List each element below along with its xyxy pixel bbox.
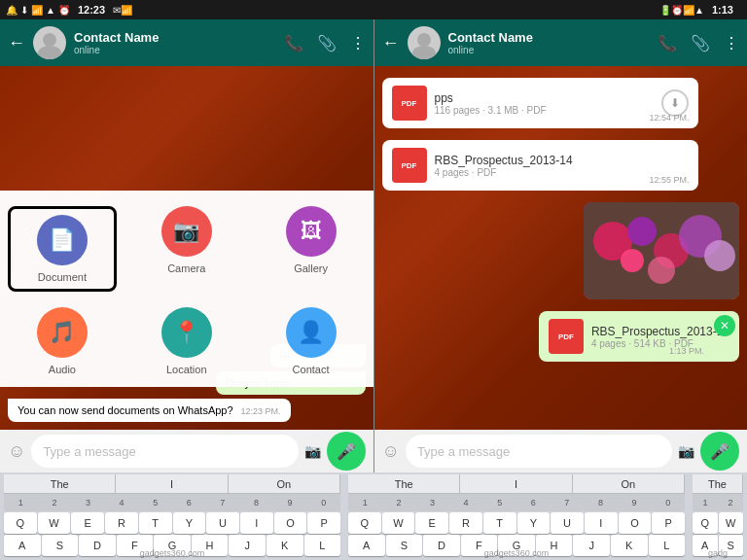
attach-item-gallery[interactable]: 🖼 Gallery — [257, 206, 366, 292]
key-t-2[interactable]: T — [483, 512, 516, 534]
contact-name-left: Contact Name — [74, 30, 276, 45]
key-9-2[interactable]: 9 — [618, 494, 652, 511]
key-d-1[interactable]: D — [79, 535, 116, 556]
message-input-left[interactable]: Type a message — [31, 435, 298, 468]
key-8-1[interactable]: 8 — [239, 494, 273, 511]
key-u-1[interactable]: U — [206, 512, 239, 534]
keyboard-panels: The I On 1234567890 QWERTYUIOP ASDFGHJKL… — [0, 472, 747, 560]
svg-point-3 — [412, 46, 436, 59]
key-p-1[interactable]: P — [307, 512, 340, 534]
key-1-1[interactable]: 1 — [4, 494, 38, 511]
key-t-1[interactable]: T — [139, 512, 172, 534]
input-placeholder-left: Type a message — [43, 444, 135, 459]
key-y-2[interactable]: Y — [517, 512, 551, 534]
key-6-2[interactable]: 6 — [516, 494, 551, 511]
mic-button-right[interactable]: 🎤 — [700, 432, 739, 471]
key-r-1[interactable]: R — [105, 512, 138, 534]
key-2-3[interactable]: 2 — [718, 494, 743, 511]
suggestion-the-1[interactable]: The — [4, 474, 116, 493]
more-icon-left[interactable]: ⋮ — [350, 34, 366, 52]
pdf-icon-pps: PDF — [392, 86, 427, 121]
key-l-1[interactable]: L — [304, 535, 341, 556]
key-7-1[interactable]: 7 — [206, 494, 240, 511]
key-u-2[interactable]: U — [551, 512, 584, 534]
key-i-1[interactable]: I — [240, 512, 273, 534]
key-k-2[interactable]: K — [611, 535, 648, 556]
suggestion-on-2[interactable]: On — [573, 474, 685, 493]
key-k-1[interactable]: K — [267, 535, 303, 556]
camera-button-right[interactable]: 📷 — [678, 443, 694, 459]
more-icon-right[interactable]: ⋮ — [724, 34, 739, 52]
contact-name-right: Contact Name — [448, 30, 651, 45]
camera-label: Camera — [167, 262, 205, 274]
key-o-2[interactable]: O — [619, 512, 652, 534]
key-0-1[interactable]: 0 — [306, 494, 340, 511]
key-q-3[interactable]: Q — [693, 512, 718, 534]
key-3-1[interactable]: 3 — [71, 494, 105, 511]
key-7-2[interactable]: 7 — [551, 494, 585, 511]
key-j-2[interactable]: J — [573, 535, 610, 556]
key-w-3[interactable]: W — [719, 512, 744, 534]
key-3-2[interactable]: 3 — [415, 494, 449, 511]
attach-item-camera[interactable]: 📷 Camera — [132, 206, 241, 292]
attach-item-contact[interactable]: 👤 Contact — [257, 307, 366, 375]
qwerty-row-2: QWERTYUIOP — [348, 512, 685, 534]
key-p-2[interactable]: P — [652, 512, 685, 534]
key-4-1[interactable]: 4 — [105, 494, 139, 511]
key-o-1[interactable]: O — [274, 512, 307, 534]
back-button-right[interactable]: ← — [382, 33, 400, 53]
phone-icon-left[interactable]: 📞 — [284, 34, 303, 52]
key-s-1[interactable]: S — [42, 535, 79, 556]
phone-icon-right[interactable]: 📞 — [658, 34, 677, 52]
suggestion-i-2[interactable]: I — [460, 474, 572, 493]
key-4-2[interactable]: 4 — [449, 494, 483, 511]
key-l-2[interactable]: L — [649, 535, 686, 556]
audio-icon: 🎵 — [37, 307, 88, 358]
key-q-1[interactable]: Q — [4, 512, 37, 534]
attach-icon-left[interactable]: 📎 — [317, 34, 337, 52]
emoji-button-right[interactable]: ☺ — [382, 441, 400, 462]
svg-point-11 — [648, 257, 675, 284]
attach-item-document[interactable]: 📄 Document — [8, 206, 117, 292]
key-y-1[interactable]: Y — [173, 512, 206, 534]
attach-icon-right[interactable]: 📎 — [691, 34, 710, 52]
cancel-send-button[interactable]: ✕ — [714, 315, 735, 336]
key-e-2[interactable]: E — [415, 512, 448, 534]
key-a-2[interactable]: A — [348, 535, 385, 556]
suggestion-the-2[interactable]: The — [348, 474, 460, 493]
key-1-2[interactable]: 1 — [348, 494, 382, 511]
key-2-2[interactable]: 2 — [382, 494, 416, 511]
attach-item-location[interactable]: 📍 Location — [132, 307, 241, 375]
key-9-1[interactable]: 9 — [273, 494, 307, 511]
key-5-2[interactable]: 5 — [482, 494, 516, 511]
key-1-3[interactable]: 1 — [693, 494, 718, 511]
emoji-button-left[interactable]: ☺ — [8, 441, 25, 462]
key-8-2[interactable]: 8 — [584, 494, 618, 511]
message-input-right[interactable]: Type a message — [406, 435, 672, 468]
suggestion-i-1[interactable]: I — [116, 474, 228, 493]
key-j-1[interactable]: J — [229, 535, 266, 556]
key-0-2[interactable]: 0 — [651, 494, 685, 511]
status-time-left: 12:23 — [78, 4, 105, 16]
key-d-2[interactable]: D — [423, 535, 460, 556]
mic-button-left[interactable]: 🎤 — [327, 432, 366, 471]
signal-icon: ▲ — [46, 5, 55, 16]
attach-item-audio[interactable]: 🎵 Audio — [8, 307, 117, 375]
key-s-2[interactable]: S — [386, 535, 423, 556]
key-w-2[interactable]: W — [382, 512, 415, 534]
key-2-1[interactable]: 2 — [38, 494, 72, 511]
key-q-2[interactable]: Q — [348, 512, 381, 534]
key-6-1[interactable]: 6 — [172, 494, 206, 511]
camera-button-left[interactable]: 📷 — [304, 443, 321, 459]
key-e-1[interactable]: E — [71, 512, 104, 534]
key-r-2[interactable]: R — [449, 512, 482, 534]
key-i-2[interactable]: I — [585, 512, 618, 534]
suggestion-the-3[interactable]: The — [693, 474, 743, 493]
back-button-left[interactable]: ← — [8, 33, 25, 53]
left-panel: ← Contact Name online 📞 📎 ⋮ Hi 12:22 PM. — [0, 19, 374, 472]
message-docs-text: You can now send documents on WhatsApp? — [18, 404, 233, 416]
suggestion-on-1[interactable]: On — [229, 474, 340, 493]
key-w-1[interactable]: W — [38, 512, 71, 534]
key-5-1[interactable]: 5 — [138, 494, 172, 511]
key-a-1[interactable]: A — [4, 535, 41, 556]
